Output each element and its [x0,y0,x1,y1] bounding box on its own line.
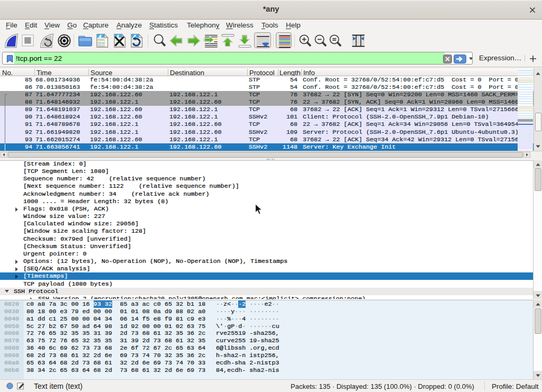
svg-text:0111: 0111 [98,44,105,48]
